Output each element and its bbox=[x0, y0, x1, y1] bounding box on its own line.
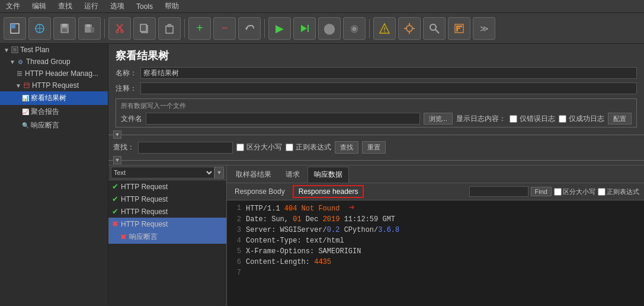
stop-button[interactable]: ⬤ bbox=[318, 17, 341, 40]
shutdown-button[interactable]: ◉ bbox=[343, 17, 366, 40]
comment-input[interactable] bbox=[140, 82, 637, 94]
help-button[interactable] bbox=[448, 17, 470, 40]
response-line-3: 3 Server: WSGIServer/0.2 CPython/3.6.8 bbox=[232, 225, 639, 235]
svg-marker-20 bbox=[301, 25, 307, 32]
split-pane: Text ▼ ✔ HTTP Request ✔ HTTP Request ✔ bbox=[108, 165, 644, 306]
svg-rect-7 bbox=[62, 28, 67, 32]
svg-rect-16 bbox=[140, 24, 146, 31]
tab-response-data[interactable]: 响应数据 bbox=[307, 167, 349, 183]
sep3 bbox=[264, 19, 265, 38]
menu-find[interactable]: 查找 bbox=[55, 0, 76, 12]
wsgi-version: 0.2 bbox=[327, 226, 340, 234]
start-button[interactable]: ▶ bbox=[268, 17, 291, 40]
menu-options[interactable]: 选项 bbox=[107, 0, 128, 12]
sidebar-item-header-manager[interactable]: HTTP Header Manag... bbox=[0, 68, 108, 79]
menu-run[interactable]: 运行 bbox=[81, 0, 102, 12]
result-item-2[interactable]: ✔ HTTP Request bbox=[108, 193, 226, 205]
collapse-arrow2[interactable]: ▼ bbox=[113, 156, 121, 164]
aggregate-icon: 📈 bbox=[21, 108, 30, 116]
find-case-checkbox[interactable] bbox=[554, 188, 562, 196]
find-regex-checkbox[interactable] bbox=[598, 188, 605, 196]
find-case-row: 区分大小写 bbox=[554, 187, 595, 196]
saveas-button[interactable] bbox=[78, 17, 101, 40]
tab-sampler-result[interactable]: 取样器结果 bbox=[229, 167, 278, 183]
menu-file[interactable]: 文件 bbox=[2, 0, 24, 12]
line-content-6: Content-Length: 4435 bbox=[246, 257, 639, 267]
menu-tools[interactable]: Tools bbox=[133, 1, 156, 12]
case-sensitive-label: 区分大小写 bbox=[246, 142, 282, 152]
sidebar-item-resulttree[interactable]: 📊 察看结果树 bbox=[0, 91, 108, 105]
line-content-7 bbox=[246, 267, 639, 278]
menu-edit[interactable]: 编辑 bbox=[28, 0, 50, 12]
result-item-1[interactable]: ✔ HTTP Request bbox=[108, 180, 226, 193]
find-input[interactable] bbox=[469, 186, 528, 197]
start-nopause-button[interactable] bbox=[293, 17, 316, 40]
sidebar: ▼ Test Plan ▼ ⚙ Thread Group HTTP Header… bbox=[0, 44, 108, 306]
sidebar-item-assertion[interactable]: 🔍 响应断言 bbox=[0, 119, 108, 132]
regex-row: 正则表达式 bbox=[286, 142, 331, 152]
tab-request[interactable]: 请求 bbox=[279, 167, 306, 183]
more-button[interactable]: ≫ bbox=[473, 17, 495, 40]
clear-button[interactable] bbox=[373, 17, 396, 40]
line-num-6: 6 bbox=[232, 257, 241, 267]
dropdown-arrow[interactable]: ▼ bbox=[214, 167, 224, 179]
result-item-4[interactable]: ✖ HTTP Request bbox=[108, 218, 226, 230]
cut-button[interactable] bbox=[108, 17, 131, 40]
menubar: 文件 编辑 查找 运行 选项 Tools 帮助 bbox=[0, 0, 644, 13]
copy-button[interactable] bbox=[133, 17, 156, 40]
config-button[interactable]: 配置 bbox=[608, 113, 632, 125]
errors-checkbox[interactable] bbox=[510, 115, 517, 123]
assertion-icon: 🔍 bbox=[21, 122, 30, 130]
save-button[interactable] bbox=[53, 17, 76, 40]
main-layout: ▼ Test Plan ▼ ⚙ Thread Group HTTP Header… bbox=[0, 44, 644, 306]
results-type-select[interactable]: Text bbox=[111, 167, 214, 179]
line-content-5: X-Frame-Options: SAMEORIGIN bbox=[246, 246, 639, 257]
search-label: 查找： bbox=[113, 142, 134, 152]
expand-arrow-httprequest[interactable]: ▼ bbox=[15, 82, 21, 89]
add-button[interactable]: + bbox=[188, 17, 211, 40]
success-checkbox-row: 仅成功日志 bbox=[559, 114, 604, 124]
paste-button[interactable] bbox=[158, 17, 181, 40]
subtab-response-headers[interactable]: Response headers bbox=[293, 185, 364, 198]
sidebar-item-httprequest[interactable]: ▼ HTTP Request bbox=[0, 79, 108, 91]
menu-help[interactable]: 帮助 bbox=[161, 0, 182, 12]
find-case-label: 区分大小写 bbox=[563, 187, 595, 196]
regex-checkbox[interactable] bbox=[286, 144, 293, 151]
search-button[interactable] bbox=[423, 17, 446, 40]
svg-rect-35 bbox=[456, 28, 460, 29]
search-input[interactable] bbox=[138, 142, 233, 154]
case-sensitive-checkbox[interactable] bbox=[236, 144, 244, 151]
date-year: 2019 bbox=[323, 215, 340, 224]
filename-input[interactable] bbox=[146, 113, 420, 125]
search-button[interactable]: 查找 bbox=[335, 141, 358, 154]
sidebar-item-testplan[interactable]: ▼ Test Plan bbox=[0, 44, 108, 56]
expand-arrow-testplan[interactable]: ▼ bbox=[4, 47, 9, 53]
header-manager-icon bbox=[15, 69, 24, 78]
tools-button[interactable] bbox=[398, 17, 421, 40]
find-button[interactable]: Find bbox=[531, 187, 552, 196]
collapse-arrow1[interactable]: ▼ bbox=[113, 130, 121, 139]
python-version: 3.6.8 bbox=[378, 226, 399, 234]
remove-button[interactable]: − bbox=[213, 17, 236, 40]
line-num-5: 5 bbox=[232, 246, 241, 257]
find-regex-row: 正则表达式 bbox=[598, 187, 639, 196]
browse-button[interactable]: 浏览... bbox=[424, 113, 453, 125]
result-item-5[interactable]: ✖ 响应断言 bbox=[108, 230, 226, 244]
open-button[interactable] bbox=[28, 17, 51, 40]
success-checkbox[interactable] bbox=[559, 115, 566, 123]
sidebar-item-threadgroup[interactable]: ▼ ⚙ Thread Group bbox=[0, 56, 108, 68]
new-button[interactable] bbox=[4, 17, 26, 40]
expand-arrow-threadgroup[interactable]: ▼ bbox=[9, 59, 15, 65]
name-input[interactable] bbox=[140, 67, 637, 79]
svg-rect-9 bbox=[86, 24, 90, 27]
sidebar-item-aggregate[interactable]: 📈 聚合报告 bbox=[0, 105, 108, 119]
reset-button[interactable]: 重置 bbox=[362, 141, 386, 154]
svg-point-30 bbox=[430, 24, 436, 30]
content-area: 察看结果树 名称： 注释： 所有数据写入一个文件 文件名 浏览... 显示日志内… bbox=[108, 44, 644, 306]
undo-button[interactable] bbox=[238, 17, 261, 40]
response-line-4: 4 Content-Type: text/html bbox=[232, 235, 639, 246]
response-line-1: 1 HTTP/1.1 404 Not Found ➜ bbox=[232, 203, 639, 214]
result-item-3[interactable]: ✔ HTTP Request bbox=[108, 205, 226, 218]
subtab-response-body[interactable]: Response Body bbox=[229, 186, 290, 197]
svg-point-13 bbox=[116, 30, 118, 33]
